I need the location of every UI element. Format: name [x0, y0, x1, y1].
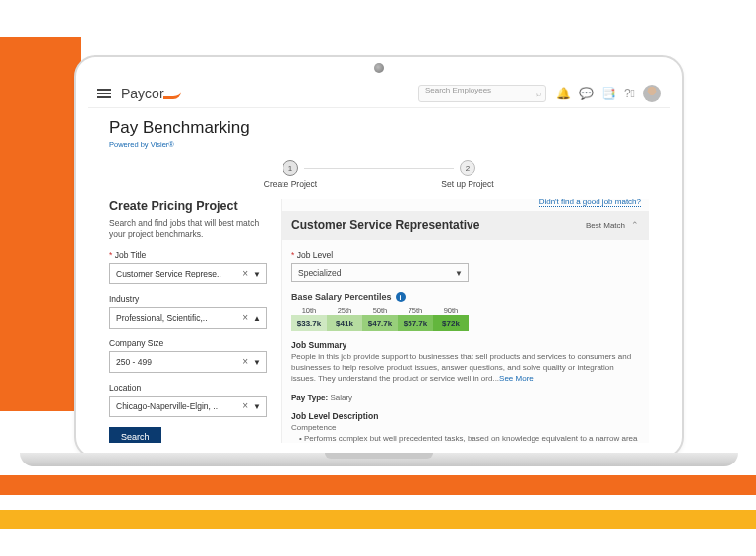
chevron-down-icon[interactable]: ▼	[253, 358, 261, 367]
job-name: Customer Service Representative	[291, 218, 479, 232]
clear-icon[interactable]: ×	[242, 401, 248, 411]
chevron-down-icon[interactable]: ▼	[253, 270, 261, 278]
left-panel: Create Pricing Project Search and find j…	[109, 199, 267, 443]
company-size-label: Company Size	[109, 339, 267, 348]
clear-icon[interactable]: ×	[242, 312, 248, 323]
percentile-values: $33.7k $41k $47.7k $57.7k $72k	[291, 315, 639, 331]
pct-v-75: $57.7k	[398, 315, 433, 331]
location-value: Chicago-Naperville-Elgin, ..	[116, 402, 218, 411]
laptop-camera	[374, 63, 384, 73]
right-panel: Didn't find a good job match? Customer S…	[281, 199, 649, 443]
clear-icon[interactable]: ×	[242, 356, 248, 367]
powered-by: Powered by Visier®	[109, 140, 649, 149]
job-title-value: Customer Service Represe..	[116, 269, 221, 278]
chat-icon[interactable]: 💬	[579, 87, 594, 100]
step-1-circle: 1	[283, 160, 298, 176]
top-bar: Paycor Search Employees ⌕ 🔔 💬 📑 ?⃝	[88, 79, 670, 108]
percentiles-title: Base Salary Percentiles	[291, 292, 392, 302]
industry-label: Industry	[109, 294, 267, 304]
pct-h-75: 75th	[398, 306, 433, 315]
step-setup-project[interactable]: 2 Set up Project	[379, 160, 556, 189]
pct-h-10: 10th	[291, 306, 327, 315]
pct-v-50: $47.7k	[362, 315, 398, 331]
job-summary: People in this job provide support to bu…	[291, 352, 631, 383]
menu-icon[interactable]	[97, 89, 111, 98]
company-size-field[interactable]: 250 - 499 × ▼	[109, 351, 267, 373]
jld-h: Job Level Description	[291, 411, 639, 422]
step-create-project[interactable]: 1 Create Project	[202, 160, 379, 189]
pct-v-90: $72k	[433, 315, 469, 331]
pct-h-90: 90th	[433, 306, 469, 315]
best-match-label: Best Match	[586, 221, 625, 230]
company-size-value: 250 - 499	[116, 357, 152, 367]
search-icon[interactable]: ⌕	[536, 89, 541, 98]
laptop-base	[20, 453, 738, 466]
search-placeholder: Search Employees	[425, 86, 491, 94]
pay-type-h: Pay Type:	[291, 393, 328, 402]
info-icon[interactable]: i	[396, 292, 406, 302]
pct-h-50: 50th	[362, 306, 398, 315]
clear-icon[interactable]: ×	[242, 268, 248, 278]
stepper: 1 Create Project 2 Set up Project	[109, 160, 649, 189]
bookmark-icon[interactable]: 📑	[601, 87, 616, 100]
job-header[interactable]: Customer Service Representative Best Mat…	[282, 211, 649, 240]
industry-field[interactable]: Professional, Scientific,.. × ▲	[109, 307, 267, 329]
location-field[interactable]: Chicago-Naperville-Elgin, .. × ▼	[109, 396, 267, 417]
page-title: Pay Benchmarking	[109, 118, 649, 138]
step-1-label: Create Project	[264, 179, 317, 189]
see-more-link[interactable]: See More	[499, 374, 534, 383]
industry-value: Professional, Scientific,..	[116, 313, 208, 323]
left-intro: Search and find jobs that will best matc…	[109, 218, 267, 240]
pct-h-25: 25th	[327, 306, 362, 315]
job-level-select[interactable]: Specialized ▼	[291, 263, 469, 282]
logo: Paycor	[121, 86, 181, 101]
pct-v-25: $41k	[327, 315, 362, 331]
chevron-up-icon[interactable]: ▲	[253, 314, 261, 323]
chevron-down-icon[interactable]: ▼	[455, 269, 463, 278]
pay-type-v: Salary	[330, 393, 352, 402]
laptop-frame: Paycor Search Employees ⌕ 🔔 💬 📑 ?⃝ Pay B…	[74, 55, 684, 459]
no-match-link[interactable]: Didn't find a good job match?	[539, 197, 641, 207]
step-2-label: Set up Project	[441, 179, 493, 189]
avatar[interactable]	[643, 85, 661, 102]
job-level-value: Specialized	[298, 268, 341, 278]
percentile-headers: 10th 25th 50th 75th 90th	[291, 306, 639, 315]
job-title-label: Job Title	[109, 250, 267, 260]
pct-v-10: $33.7k	[291, 315, 327, 331]
logo-swoosh-icon	[163, 92, 181, 99]
left-heading: Create Pricing Project	[109, 199, 267, 213]
chevron-up-icon[interactable]: ⌃	[631, 220, 639, 230]
job-title-field[interactable]: Customer Service Represe.. × ▼	[109, 263, 267, 284]
step-2-circle: 2	[460, 160, 475, 176]
search-button[interactable]: Search	[109, 427, 161, 443]
location-label: Location	[109, 383, 267, 393]
help-icon[interactable]: ?⃝	[624, 87, 635, 100]
jld-body: Performs complex but well precedented ta…	[291, 434, 637, 443]
search-input[interactable]: Search Employees ⌕	[418, 85, 546, 102]
logo-text: Paycor	[121, 86, 164, 101]
chevron-down-icon[interactable]: ▼	[253, 402, 261, 411]
app-screen: Paycor Search Employees ⌕ 🔔 💬 📑 ?⃝ Pay B…	[88, 79, 670, 443]
job-level-label: Job Level	[291, 250, 639, 260]
jld-sub: Competence	[291, 423, 336, 432]
bell-icon[interactable]: 🔔	[556, 87, 571, 100]
job-summary-h: Job Summary	[291, 340, 639, 351]
